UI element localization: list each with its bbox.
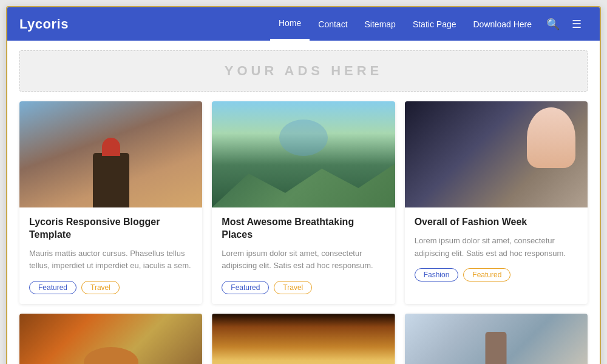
card-1-tags: Featured Travel bbox=[29, 281, 192, 294]
menu-icon[interactable]: ☰ bbox=[566, 7, 588, 41]
card-1-body: Lycoris Responsive Blogger Template Maur… bbox=[19, 207, 202, 304]
browser-frame: Lycoris Home Contact Sitemap Static Page… bbox=[6, 6, 601, 364]
card-2: Most Awesome Breathtaking Places Lorem i… bbox=[212, 101, 395, 304]
card-2-title: Most Awesome Breathtaking Places bbox=[222, 216, 385, 241]
bottom-row bbox=[7, 314, 600, 364]
tag-featured-1[interactable]: Featured bbox=[29, 281, 76, 294]
bottom-card-2-image bbox=[212, 314, 395, 364]
card-3-tags: Fashion Featured bbox=[415, 268, 578, 281]
card-3-excerpt: Lorem ipsum dolor sit amet, consectetur … bbox=[415, 235, 578, 260]
card-2-excerpt: Lorem ipsum dolor sit amet, consectetur … bbox=[222, 248, 385, 273]
card-2-body: Most Awesome Breathtaking Places Lorem i… bbox=[212, 207, 395, 304]
bottom-card-2 bbox=[212, 314, 395, 364]
card-3-title: Overall of Fashion Week bbox=[415, 216, 578, 229]
ads-banner: YOUR ADS HERE bbox=[19, 50, 588, 92]
brand-logo: Lycoris bbox=[19, 16, 69, 32]
tag-travel-1[interactable]: Travel bbox=[81, 281, 120, 294]
bottom-card-1 bbox=[19, 314, 202, 364]
nav-item-static-page[interactable]: Static Page bbox=[404, 7, 465, 41]
nav-menu: Home Contact Sitemap Static Page Downloa… bbox=[270, 7, 540, 41]
card-2-image bbox=[212, 101, 395, 207]
bottom-card-3 bbox=[405, 314, 588, 364]
bottom-card-3-image bbox=[405, 314, 588, 364]
tag-featured-3[interactable]: Featured bbox=[463, 268, 510, 281]
bottom-card-1-image bbox=[19, 314, 202, 364]
nav-item-home[interactable]: Home bbox=[270, 7, 310, 41]
card-3-body: Overall of Fashion Week Lorem ipsum dolo… bbox=[405, 207, 588, 291]
card-1-title: Lycoris Responsive Blogger Template bbox=[29, 216, 192, 241]
card-3: Overall of Fashion Week Lorem ipsum dolo… bbox=[405, 101, 588, 304]
ads-text: YOUR ADS HERE bbox=[225, 63, 383, 79]
navbar: Lycoris Home Contact Sitemap Static Page… bbox=[7, 7, 600, 41]
nav-item-download[interactable]: Download Here bbox=[465, 7, 541, 41]
card-2-tags: Featured Travel bbox=[222, 281, 385, 294]
nav-item-sitemap[interactable]: Sitemap bbox=[356, 7, 404, 41]
tag-featured-2[interactable]: Featured bbox=[222, 281, 269, 294]
tag-fashion-3[interactable]: Fashion bbox=[415, 268, 459, 281]
card-1-image bbox=[19, 101, 202, 207]
card-1-excerpt: Mauris mattis auctor cursus. Phasellus t… bbox=[29, 248, 192, 273]
nav-item-contact[interactable]: Contact bbox=[310, 7, 356, 41]
search-icon[interactable]: 🔍 bbox=[540, 7, 566, 41]
card-3-image bbox=[405, 101, 588, 207]
cards-grid: Lycoris Responsive Blogger Template Maur… bbox=[7, 101, 600, 314]
tag-travel-2[interactable]: Travel bbox=[274, 281, 312, 294]
card-1: Lycoris Responsive Blogger Template Maur… bbox=[19, 101, 202, 304]
